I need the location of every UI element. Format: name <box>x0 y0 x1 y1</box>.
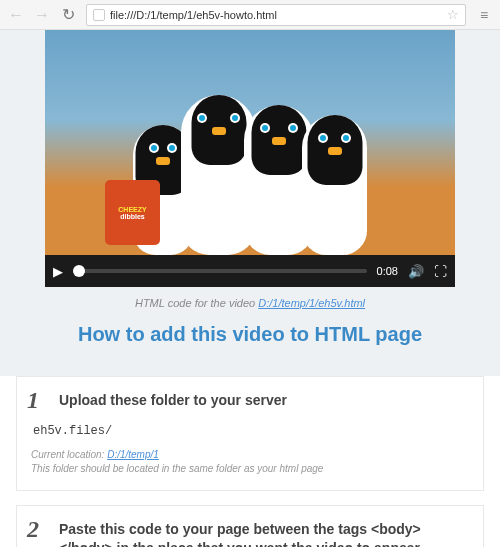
video-frame[interactable]: CHEEZY dibbles <box>45 30 455 255</box>
step-2: 2 Paste this code to your page between t… <box>16 505 484 547</box>
address-bar[interactable]: file:///D:/1/temp/1/eh5v-howto.html ☆ <box>86 4 466 26</box>
forward-button[interactable]: → <box>30 3 54 27</box>
bookmark-star-icon[interactable]: ☆ <box>447 7 459 22</box>
location-link[interactable]: D:/1/temp/1 <box>107 449 159 460</box>
time-display: 0:08 <box>377 265 398 277</box>
volume-icon[interactable]: 🔊 <box>408 264 424 279</box>
page-title: How to add this video to HTML page <box>0 323 500 346</box>
play-icon[interactable]: ▶ <box>53 264 63 279</box>
step-number: 2 <box>27 516 39 543</box>
step-number: 1 <box>27 387 39 414</box>
browser-toolbar: ← → ↻ file:///D:/1/temp/1/eh5v-howto.htm… <box>0 0 500 30</box>
reload-button[interactable]: ↻ <box>56 3 80 27</box>
snack-bag: CHEEZY dibbles <box>105 180 160 245</box>
progress-track[interactable] <box>73 269 367 273</box>
video-caption: HTML code for the video D:/1/temp/1/eh5v… <box>0 297 500 309</box>
folder-path: eh5v.files/ <box>33 424 469 438</box>
page-content: CHEEZY dibbles ▶ 0:08 🔊 ⛶ HTML code for … <box>0 30 500 547</box>
url-text: file:///D:/1/temp/1/eh5v-howto.html <box>110 9 447 21</box>
step-note: Current location: D:/1/temp/1 This folde… <box>31 448 469 476</box>
progress-knob[interactable] <box>73 265 85 277</box>
step-title: Paste this code to your page between the… <box>59 520 469 547</box>
step-1: 1 Upload these folder to your server eh5… <box>16 376 484 491</box>
back-button[interactable]: ← <box>4 3 28 27</box>
fullscreen-icon[interactable]: ⛶ <box>434 264 447 279</box>
menu-button[interactable]: ≡ <box>472 3 496 27</box>
video-controls: ▶ 0:08 🔊 ⛶ <box>45 255 455 287</box>
video-link[interactable]: D:/1/temp/1/eh5v.html <box>258 297 365 309</box>
step-title: Upload these folder to your server <box>59 391 469 410</box>
video-player[interactable]: CHEEZY dibbles ▶ 0:08 🔊 ⛶ <box>45 30 455 287</box>
steps-container: 1 Upload these folder to your server eh5… <box>0 376 500 547</box>
page-icon <box>93 9 105 21</box>
video-section: CHEEZY dibbles ▶ 0:08 🔊 ⛶ HTML code for … <box>0 30 500 376</box>
